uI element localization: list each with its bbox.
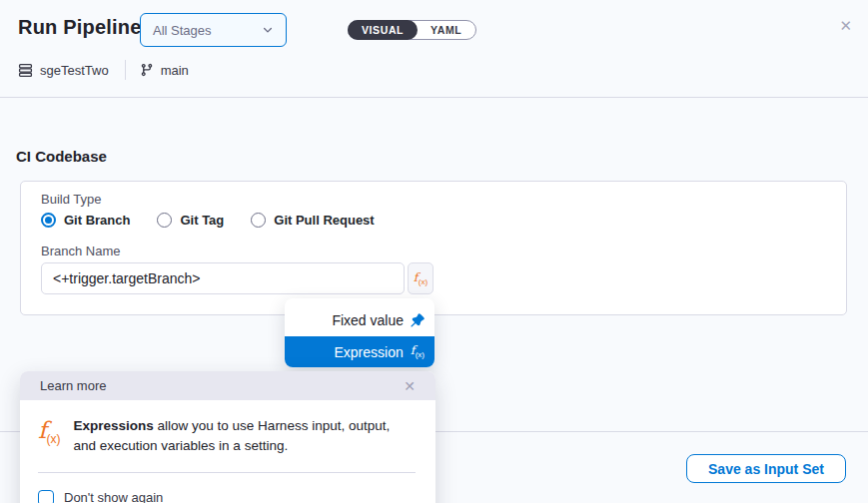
radio-label: Git Tag (180, 213, 224, 228)
branch-name: main (161, 63, 189, 78)
dont-show-again-checkbox[interactable] (38, 490, 54, 503)
menu-item-label: Fixed value (332, 312, 404, 328)
radio-git-branch[interactable]: Git Branch (41, 213, 130, 228)
toggle-visual[interactable]: VISUAL (348, 20, 418, 40)
fx-icon: f(x) (38, 419, 61, 445)
chevron-down-icon (262, 24, 274, 36)
radio-unselected-icon (251, 213, 266, 228)
pipeline-context-row: sgeTestTwo main (18, 60, 189, 80)
checkbox-label: Don't show again (64, 490, 163, 503)
git-branch-icon (140, 63, 154, 77)
radio-unselected-icon (157, 213, 172, 228)
save-as-input-set-button[interactable]: Save as Input Set (686, 454, 846, 483)
menu-item-expression[interactable]: Expression f(x) (285, 336, 434, 367)
menu-item-label: Expression (334, 344, 403, 360)
branch-name-input-row: f(x) (41, 262, 434, 294)
page-title: Run Pipeline (18, 16, 142, 39)
branch-name-label: Branch Name (41, 244, 120, 258)
radio-label: Git Branch (64, 213, 130, 228)
visual-yaml-toggle: VISUAL YAML (348, 20, 476, 40)
divider (38, 472, 416, 473)
radio-git-tag[interactable]: Git Tag (157, 213, 224, 228)
close-icon[interactable]: ✕ (404, 378, 416, 394)
pin-icon (411, 313, 425, 327)
learn-more-popover: Learn more ✕ f(x) Expressions allow you … (20, 371, 435, 503)
dont-show-again-row[interactable]: Don't show again (38, 490, 416, 503)
branch-name-input[interactable] (41, 262, 405, 294)
value-type-menu: Fixed value Expression f(x) (285, 298, 434, 367)
radio-label: Git Pull Request (274, 213, 374, 228)
stage-selector-value: All Stages (153, 23, 212, 38)
dialog-header: Run Pipeline All Stages VISUAL YAML ✕ sg… (0, 0, 868, 98)
section-title-ci-codebase: CI Codebase (16, 148, 107, 165)
popover-body: f(x) Expressions allow you to use Harnes… (20, 400, 435, 503)
fx-icon: f(x) (411, 344, 425, 359)
menu-item-fixed-value[interactable]: Fixed value (285, 304, 434, 336)
close-icon[interactable]: ✕ (839, 16, 852, 36)
popover-header: Learn more ✕ (20, 371, 435, 400)
expression-fx-button[interactable]: f(x) (408, 262, 434, 294)
toggle-yaml[interactable]: YAML (417, 21, 475, 39)
run-pipeline-dialog: Run Pipeline All Stages VISUAL YAML ✕ sg… (0, 0, 868, 503)
popover-title: Learn more (40, 378, 106, 393)
divider (125, 60, 126, 80)
radio-git-pull-request[interactable]: Git Pull Request (251, 213, 374, 228)
popover-description: Expressions allow you to use Harness inp… (74, 416, 412, 457)
ci-codebase-card: Build Type Git Branch Git Tag Git Pull R… (20, 181, 847, 315)
build-type-radio-group: Git Branch Git Tag Git Pull Request (41, 213, 375, 228)
repo-name: sgeTestTwo (40, 63, 109, 78)
stage-selector-dropdown[interactable]: All Stages (140, 13, 287, 47)
build-type-label: Build Type (41, 192, 101, 207)
radio-selected-icon (41, 213, 56, 228)
repository-icon (18, 63, 33, 78)
fx-icon: f(x) (414, 271, 428, 286)
